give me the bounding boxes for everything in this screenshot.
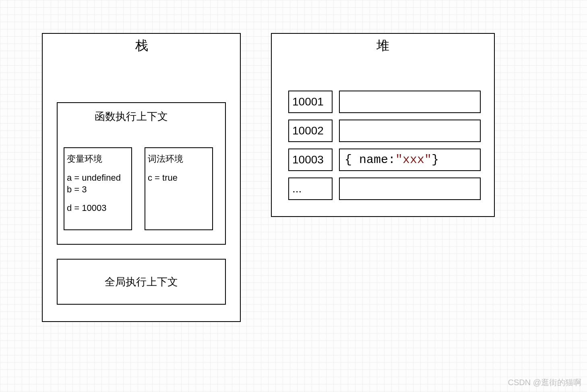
lexical-env-label: 词法环境 bbox=[148, 153, 210, 165]
function-context-title: 函数执行上下文 bbox=[95, 109, 168, 124]
watermark-text: CSDN @逛街的猫啊 bbox=[508, 377, 581, 388]
var-d: d = 10003 bbox=[67, 202, 129, 214]
heap-obj-suffix: } bbox=[432, 153, 439, 167]
heap-val-10002 bbox=[339, 120, 481, 142]
var-c: c = true bbox=[148, 172, 210, 184]
heap-addr-10003: 10003 bbox=[288, 149, 333, 171]
var-b: b = 3 bbox=[67, 184, 129, 196]
variable-env-box: 变量环境 a = undefined b = 3 d = 10003 bbox=[64, 147, 132, 230]
global-context-title: 全局执行上下文 bbox=[105, 275, 178, 289]
heap-val-10003: { name: "xxx" } bbox=[339, 149, 481, 171]
heap-val-etc bbox=[339, 177, 481, 200]
heap-addr-etc: ... bbox=[288, 177, 333, 200]
heap-addr-10002: 10002 bbox=[288, 120, 333, 142]
heap-val-10001 bbox=[339, 91, 481, 113]
heap-title: 堆 bbox=[376, 37, 389, 55]
heap-addr-10001: 10001 bbox=[288, 91, 333, 113]
stack-title: 栈 bbox=[135, 37, 148, 55]
global-context-box: 全局执行上下文 bbox=[57, 259, 226, 305]
lexical-env-box: 词法环境 c = true bbox=[145, 147, 213, 230]
heap-obj-prefix: { name: bbox=[345, 153, 395, 167]
var-a: a = undefined bbox=[67, 172, 129, 184]
variable-env-label: 变量环境 bbox=[67, 153, 129, 165]
heap-obj-string: "xxx" bbox=[395, 153, 432, 167]
